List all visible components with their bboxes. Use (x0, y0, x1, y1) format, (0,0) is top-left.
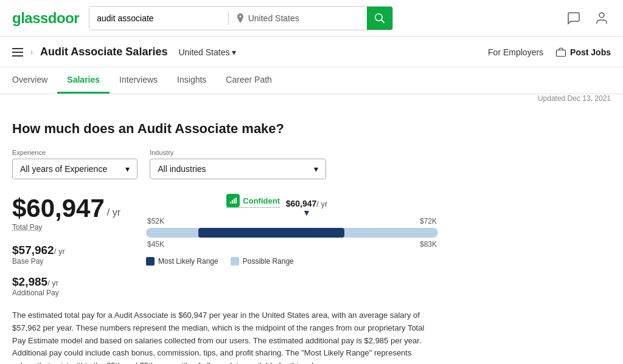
base-pay-unit: / yr (54, 247, 65, 256)
bar-min-label: $45K (147, 240, 164, 249)
filters: Experience All years of Experience ▾ Ind… (12, 149, 438, 179)
chart-legend: Most Likely Range Possible Range (146, 257, 438, 266)
additional-pay-amount: $2,985/ yr (12, 275, 122, 289)
additional-pay-row: $2,985/ yr Additional Pay (12, 275, 122, 297)
messages-icon[interactable] (565, 9, 583, 27)
search-icon (375, 13, 385, 23)
svg-rect-1 (557, 50, 566, 57)
range-low-label: $52K (147, 217, 164, 225)
hamburger-icon (12, 48, 23, 57)
bar-max-label: $83K (420, 240, 437, 249)
salary-chart: $60,947/ yr ▼ $52K $72K $45K $83K (146, 194, 438, 266)
main-content: How much does an Audit Associate make? E… (0, 109, 450, 364)
location-text: United States (178, 47, 229, 57)
header: glassdoor United States (0, 0, 623, 37)
likely-legend-box (146, 257, 155, 266)
search-input[interactable] (89, 7, 228, 30)
post-jobs-label: Post Jobs (570, 47, 611, 57)
median-indicator: $60,947/ yr ▼ (175, 199, 438, 217)
pay-details: $57,962/ yr Base Pay $2,985/ yr Addition… (12, 244, 122, 297)
briefcase-icon (555, 47, 566, 58)
logo[interactable]: glassdoor (12, 10, 79, 27)
svg-rect-2 (230, 202, 231, 204)
svg-rect-5 (235, 197, 237, 204)
industry-select[interactable]: All industries ▾ (150, 159, 326, 179)
search-bar: United States (89, 6, 393, 30)
tab-insights[interactable]: Insights (167, 67, 216, 94)
tab-career-path[interactable]: Career Path (216, 67, 281, 94)
total-pay-amount: $60,947 (12, 194, 105, 223)
possible-legend-label: Possible Range (243, 257, 294, 266)
main-headline: How much does an Audit Associate make? (12, 121, 438, 137)
salary-figures: $60,947 / yr Total Pay Confident (12, 194, 122, 297)
additional-pay-unit: / yr (47, 278, 58, 287)
svg-rect-4 (234, 199, 235, 204)
range-high-label: $72K (420, 217, 437, 225)
base-pay-label: Base Pay (12, 257, 122, 266)
legend-likely: Most Likely Range (146, 257, 218, 266)
tab-overview[interactable]: Overview (12, 67, 57, 94)
industry-label: Industry (150, 149, 326, 156)
salary-bar (146, 228, 438, 238)
updated-date: Updated Dec 13, 2021 (15, 94, 623, 103)
median-unit: / yr (316, 199, 327, 208)
experience-value: All years of Experience (20, 164, 107, 174)
median-arrow-icon: ▼ (175, 208, 438, 217)
total-pay-label[interactable]: Total Pay (12, 223, 122, 232)
topbar: › Audit Associate Salaries United States… (0, 37, 623, 67)
experience-filter-group: Experience All years of Experience ▾ (12, 149, 137, 179)
tab-salaries[interactable]: Salaries (57, 67, 110, 94)
confident-badge[interactable]: Confident (226, 194, 280, 208)
experience-chevron-icon: ▾ (125, 164, 130, 174)
additional-pay-label: Additional Pay (12, 289, 122, 297)
location-pin-icon (236, 13, 245, 23)
hamburger-menu[interactable] (12, 48, 23, 57)
base-pay-amount: $57,962/ yr (12, 244, 122, 257)
industry-chevron-icon: ▾ (314, 164, 318, 174)
industry-value: All industries (158, 164, 206, 174)
search-location-text: United States (248, 13, 299, 23)
experience-select[interactable]: All years of Experience ▾ (12, 159, 137, 179)
header-icons (565, 9, 611, 27)
confident-icon (226, 194, 240, 207)
profile-icon[interactable] (593, 9, 611, 27)
tab-interviews[interactable]: Interviews (110, 67, 167, 94)
search-location[interactable]: United States (229, 13, 367, 23)
post-jobs-button[interactable]: Post Jobs (555, 47, 611, 58)
legend-possible: Possible Range (231, 257, 294, 266)
possible-legend-box (231, 257, 239, 266)
range-labels-top: $52K $72K (146, 217, 438, 225)
range-labels-bottom: $45K $83K (146, 240, 438, 249)
breadcrumb-chevron: › (30, 48, 33, 57)
experience-label: Experience (12, 149, 137, 156)
location-chevron-icon: ▾ (232, 47, 236, 57)
total-pay-unit: / yr (107, 207, 120, 218)
total-pay-display: $60,947 / yr (12, 194, 122, 223)
svg-point-0 (599, 13, 604, 18)
likely-range-bar (198, 228, 344, 238)
for-employers-link[interactable]: For Employers (488, 47, 543, 57)
base-pay-row: $57,962/ yr Base Pay (12, 244, 122, 266)
topbar-right: For Employers Post Jobs (488, 47, 611, 58)
confident-label: Confident (243, 196, 280, 205)
likely-legend-label: Most Likely Range (158, 257, 218, 266)
industry-filter-group: Industry All industries ▾ (150, 149, 326, 179)
search-button[interactable] (367, 6, 392, 30)
page-title: Audit Associate Salaries (40, 46, 167, 58)
median-label: $60,947/ yr (175, 199, 438, 208)
svg-rect-3 (232, 200, 233, 204)
location-selector[interactable]: United States ▾ (178, 47, 236, 57)
nav-tabs: Overview Salaries Interviews Insights Ca… (0, 67, 623, 94)
salary-description: The estimated total pay for a Audit Asso… (12, 309, 426, 364)
